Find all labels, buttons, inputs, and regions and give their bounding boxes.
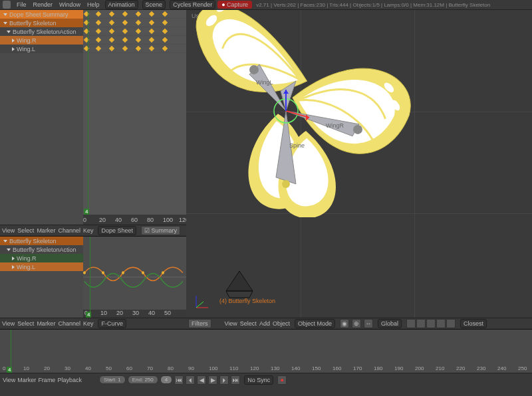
svg-point-2	[102, 271, 104, 274]
fc-menu-marker[interactable]: Marker	[37, 320, 55, 327]
dope-channel-skeleton[interactable]: Butterfly Skeleton	[0, 19, 83, 27]
play-reverse-icon[interactable]: ◀	[197, 375, 206, 385]
camera-object[interactable]	[219, 268, 259, 301]
svg-point-5	[162, 271, 164, 274]
dope-menu-view[interactable]: View	[2, 227, 15, 234]
dope-channel-wingl[interactable]: Wing.L	[0, 45, 83, 53]
svg-text:WingR: WingR	[326, 122, 344, 128]
svg-point-3	[122, 271, 124, 274]
menu-help[interactable]: Help	[84, 1, 103, 8]
svg-line-30	[196, 302, 203, 308]
dope-menu-key[interactable]: Key	[83, 227, 94, 234]
fc-channel-wingl[interactable]: Wing.L	[0, 262, 83, 271]
dope-menu-select[interactable]: Select	[17, 227, 34, 234]
dope-menu-marker[interactable]: Marker	[37, 227, 55, 234]
timeline-editor: /*ticks rendered below via spans*/ 01020…	[0, 329, 532, 386]
keyframe-next-icon[interactable]: ⏵	[219, 375, 229, 385]
timeline-track[interactable]: /*ticks rendered below via spans*/ 01020…	[0, 330, 532, 373]
shade-sphere-icon[interactable]: ◉	[340, 319, 349, 328]
svg-point-15	[249, 64, 259, 74]
record-icon[interactable]: ●	[277, 375, 287, 385]
fc-menu-select[interactable]: Select	[17, 320, 34, 327]
svg-text:WingL: WingL	[256, 78, 273, 85]
current-frame[interactable]: 4	[160, 375, 172, 384]
orientation-selector[interactable]: Global	[378, 319, 402, 328]
tl-menu-view[interactable]: View	[3, 377, 15, 383]
menu-render[interactable]: Render	[30, 1, 57, 8]
mode-selector[interactable]: Object Mode	[295, 319, 335, 328]
dope-menu-channel[interactable]: Channel	[58, 227, 80, 234]
svg-point-16	[353, 124, 362, 134]
dope-channel-wingr[interactable]: Wing.R	[0, 36, 83, 45]
viewport-3d: User Ortho	[186, 10, 532, 329]
svg-marker-27	[226, 291, 253, 298]
fc-channel-wingr[interactable]: Wing.R	[0, 254, 83, 262]
dope-summary-toggle[interactable]: ☑ Summary	[141, 226, 180, 235]
layer-buttons[interactable]	[406, 319, 456, 328]
engine-selector[interactable]: Cycles Render	[170, 0, 215, 9]
fcurve-toolbar: View Select Marker Channel Key F-Curve	[0, 318, 186, 329]
layout-selector[interactable]: Animation	[105, 0, 138, 9]
butterfly-object[interactable]: WingL WingR Spine	[286, 97, 432, 218]
fcurve-graph[interactable]: 01020304050	[83, 237, 186, 318]
active-object-label: (4) Butterfly Skeleton	[219, 298, 275, 304]
keyframe-prev-icon[interactable]: ⏴	[186, 375, 195, 385]
jump-end-icon[interactable]: ⏭	[231, 375, 240, 385]
dope-toolbar: View Select Marker Channel Key Dope Shee…	[0, 225, 186, 236]
viewport-canvas[interactable]: User Ortho	[186, 10, 532, 318]
fc-channel-skeleton[interactable]: Butterfly Skeleton	[0, 237, 83, 245]
vp-menu-add[interactable]: Add	[259, 320, 270, 327]
tl-menu-marker[interactable]: Marker	[17, 377, 36, 383]
play-icon[interactable]: ▶	[208, 375, 217, 385]
end-frame[interactable]: End: 250	[128, 375, 158, 384]
fc-channel-action[interactable]: Butterfly SkeletonAction	[0, 245, 83, 254]
info-header: File Render Window Help Animation Scene …	[0, 0, 532, 10]
sync-selector[interactable]: No Sync	[244, 375, 273, 385]
jump-start-icon[interactable]: ⏮	[174, 375, 184, 385]
tl-playhead[interactable]	[11, 330, 11, 373]
vp-menu-object[interactable]: Object	[273, 320, 290, 327]
vp-menu-select[interactable]: Select	[240, 320, 257, 327]
blender-icon	[3, 1, 11, 9]
manipulator-icon[interactable]: ↔	[364, 319, 373, 328]
fc-mode[interactable]: F-Curve	[98, 319, 126, 328]
snap-selector[interactable]: Closest	[460, 319, 487, 328]
axis-widget	[193, 292, 211, 311]
timeline-footer: View Marker Frame Playback Start: 1 End:…	[0, 373, 532, 386]
start-frame[interactable]: Start: 1	[99, 375, 126, 384]
menu-window[interactable]: Window	[56, 1, 84, 8]
scene-stats: v2.71 | Verts:262 | Faces:230 | Tris:444…	[256, 2, 490, 8]
fc-menu-key[interactable]: Key	[83, 320, 94, 327]
svg-text:Spine: Spine	[289, 142, 305, 148]
svg-marker-26	[226, 271, 253, 291]
filters-button[interactable]: Filters	[188, 319, 211, 328]
pivot-icon[interactable]: ⊕	[352, 319, 361, 328]
fc-menu-channel[interactable]: Channel	[58, 320, 80, 327]
svg-point-17	[282, 179, 290, 187]
dope-mode[interactable]: Dope Sheet	[98, 226, 136, 235]
svg-point-1	[83, 271, 86, 274]
viewport-toolbar: Filters View Select Add Object Object Mo…	[186, 318, 532, 329]
vp-menu-view[interactable]: View	[225, 320, 237, 327]
scene-selector[interactable]: Scene	[142, 0, 166, 9]
dopesheet-editor: Dope Sheet Summary Butterfly Skeleton Bu…	[0, 10, 186, 225]
tl-menu-frame[interactable]: Frame	[38, 377, 55, 383]
dope-frame-scale: 020406080100120	[83, 215, 186, 225]
fc-playhead[interactable]	[90, 237, 90, 318]
dope-channel-action[interactable]: Butterfly SkeletonAction	[0, 27, 83, 36]
capture-button[interactable]: ● Capture	[217, 1, 252, 9]
dope-summary-row[interactable]: Dope Sheet Summary	[0, 10, 83, 19]
menu-file[interactable]: File	[13, 1, 30, 8]
fc-menu-view[interactable]: View	[2, 320, 15, 327]
tl-menu-playback[interactable]: Playback	[57, 377, 82, 383]
left-column: Dope Sheet Summary Butterfly Skeleton Bu…	[0, 10, 186, 329]
dope-playhead[interactable]	[88, 10, 88, 215]
svg-point-4	[142, 271, 144, 274]
fcurve-editor: Butterfly Skeleton Butterfly SkeletonAct…	[0, 236, 186, 329]
dope-keyframe-area[interactable]	[83, 10, 186, 215]
